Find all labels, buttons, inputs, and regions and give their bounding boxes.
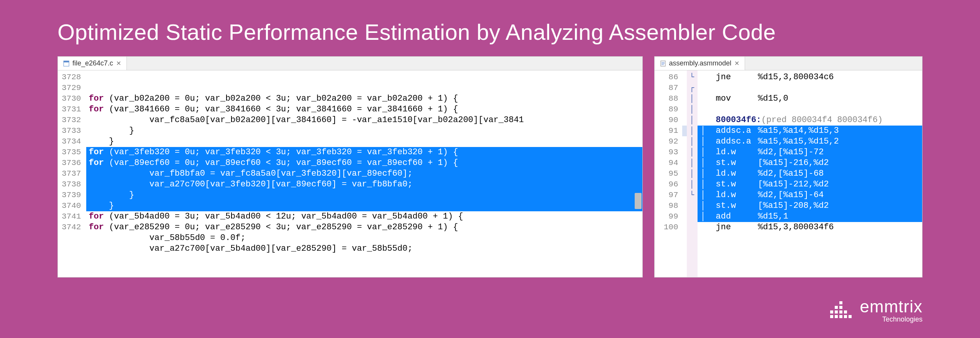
asm-line[interactable]: │ ld.w%d2,[%a15]-72	[698, 147, 923, 158]
code-line[interactable]: var_a27c700[var_3feb320][var_89ecf60] = …	[86, 179, 642, 190]
asm-line[interactable]: mov%d15,0	[698, 93, 923, 104]
c-file-icon	[63, 60, 69, 67]
svg-rect-15	[844, 315, 847, 318]
code-line[interactable]: var_a27c700[var_5b4ad00][var_e285290] = …	[86, 243, 642, 254]
c-source-editor: file_e264c7.c ✕ 372837293730373137323733…	[57, 56, 643, 278]
asm-line[interactable]: │ st.w[%a15]-216,%d2	[698, 158, 923, 168]
asm-line[interactable]: jne%d15,3,800034c6	[698, 72, 923, 83]
close-icon[interactable]: ✕	[116, 60, 121, 67]
svg-rect-7	[830, 310, 833, 314]
asm-line[interactable]: │ ld.w%d2,[%a15]-64	[698, 190, 923, 201]
right-asm-lines[interactable]: jne%d15,3,800034c6 mov%d15,0 800034f6: (…	[698, 70, 923, 277]
svg-rect-12	[839, 310, 842, 314]
logo-brand-text: emmtrix	[860, 298, 923, 315]
right-gutter: 8687888990919293949596979899100	[655, 70, 682, 277]
svg-rect-16	[844, 310, 847, 314]
left-code-lines[interactable]: for (var_b02a200 = 0u; var_b02a200 < 3u;…	[86, 70, 642, 277]
right-tabbar: assembly.asmmodel ✕	[655, 57, 923, 70]
code-line[interactable]: for (var_5b4ad00 = 3u; var_5b4ad00 < 12u…	[86, 211, 642, 222]
right-code-body: 8687888990919293949596979899100 └ ┌│││││…	[655, 70, 923, 277]
code-line[interactable]: for (var_89ecf60 = 0u; var_89ecf60 < 3u;…	[86, 158, 642, 168]
code-line[interactable]: }	[86, 201, 642, 211]
left-tabbar: file_e264c7.c ✕	[58, 57, 642, 70]
close-icon[interactable]: ✕	[734, 60, 739, 67]
tab-asm-file[interactable]: assembly.asmmodel ✕	[655, 57, 745, 70]
asm-editor: assembly.asmmodel ✕ 86878889909192939495…	[654, 56, 923, 278]
svg-rect-8	[835, 315, 838, 318]
left-gutter: 3728372937303731373237333734373537363737…	[58, 70, 86, 277]
svg-rect-9	[835, 310, 838, 314]
page-headline: Optimized Static Performance Estimation …	[0, 0, 980, 56]
svg-rect-10	[835, 306, 838, 309]
text-file-icon	[660, 60, 666, 67]
tab-c-file[interactable]: file_e264c7.c ✕	[58, 57, 127, 70]
code-line[interactable]: var_fb8bfa0 = var_fc8a5a0[var_3feb320][v…	[86, 168, 642, 179]
asm-line[interactable]: │ addsc.a%a15,%a14,%d15,3	[698, 126, 923, 136]
asm-line[interactable]: jne%d15,3,800034f6	[698, 222, 923, 233]
asm-line[interactable]: │ st.w[%a15]-208,%d2	[698, 201, 923, 211]
svg-rect-6	[830, 315, 833, 318]
code-line[interactable]: }	[86, 190, 642, 201]
code-line[interactable]: }	[86, 126, 642, 136]
svg-rect-1	[64, 61, 69, 62]
asm-line[interactable]: │ addsc.a%a15,%a15,%d15,2	[698, 136, 923, 147]
left-code-body: 3728372937303731373237333734373537363737…	[58, 70, 642, 277]
asm-line[interactable]: │ ld.w%d2,[%a15]-68	[698, 168, 923, 179]
asm-line[interactable]: │ add%d15,1	[698, 211, 923, 222]
asm-line[interactable]: │ st.w[%a15]-212,%d2	[698, 179, 923, 190]
code-line[interactable]: for (var_3841660 = 0u; var_3841660 < 3u;…	[86, 104, 642, 115]
svg-rect-13	[839, 306, 842, 309]
svg-rect-17	[849, 315, 852, 318]
logo-mark-icon	[829, 298, 853, 323]
code-line[interactable]: for (var_b02a200 = 0u; var_b02a200 < 3u;…	[86, 93, 642, 104]
brand-logo: emmtrix Technologies	[829, 298, 923, 323]
code-line[interactable]: var_58b55d0 = 0.0f;	[86, 233, 642, 243]
asm-line[interactable]	[698, 104, 923, 115]
scrollbar-thumb[interactable]	[635, 193, 642, 209]
code-line[interactable]: for (var_3feb320 = 0u; var_3feb320 < 3u;…	[86, 147, 642, 158]
asm-line[interactable]	[698, 83, 923, 93]
right-change-ruler	[682, 70, 687, 277]
tab-c-file-label: file_e264c7.c	[72, 59, 113, 67]
svg-rect-11	[839, 315, 842, 318]
asm-line[interactable]: 800034f6: (pred 800034f4 800034f6)	[698, 115, 923, 126]
logo-sub-text: Technologies	[882, 316, 923, 323]
code-line[interactable]: }	[86, 136, 642, 147]
svg-rect-14	[839, 301, 842, 304]
tab-asm-file-label: assembly.asmmodel	[669, 59, 732, 67]
code-line[interactable]: var_fc8a5a0[var_b02a200][var_3841660] = …	[86, 115, 642, 126]
right-fold-ruler: └ ┌│││││││││└	[687, 70, 698, 277]
editor-panels: file_e264c7.c ✕ 372837293730373137323733…	[0, 56, 980, 278]
code-line[interactable]: for (var_e285290 = 0u; var_e285290 < 3u;…	[86, 222, 642, 233]
